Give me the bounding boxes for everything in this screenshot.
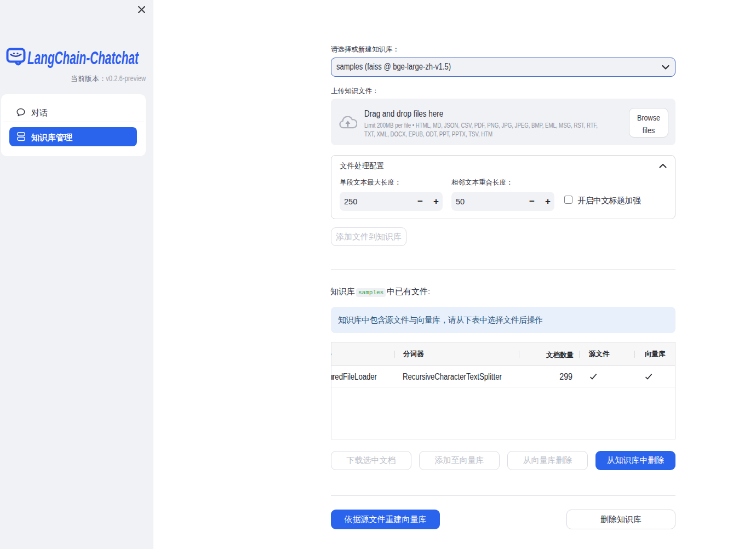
svg-text:LangChain-Chatchat: LangChain-Chatchat [27,47,139,68]
